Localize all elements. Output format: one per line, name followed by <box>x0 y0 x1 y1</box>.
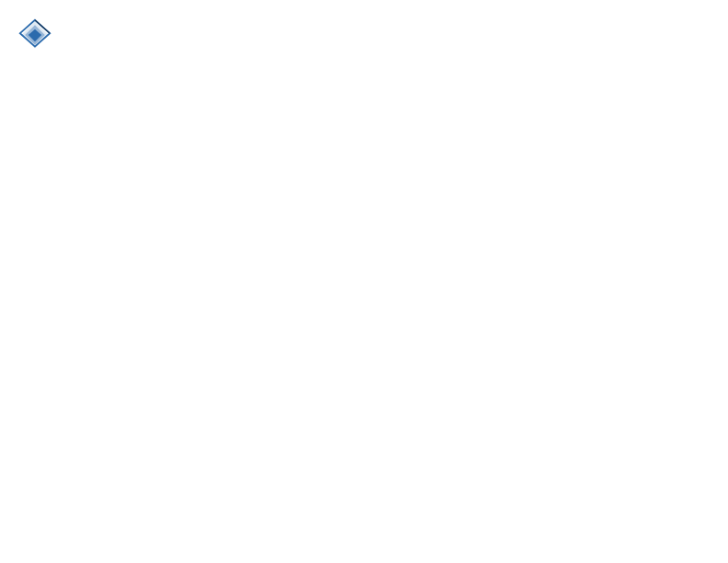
logo <box>18 18 55 52</box>
header-area <box>18 18 710 52</box>
logo-icon <box>18 18 51 52</box>
